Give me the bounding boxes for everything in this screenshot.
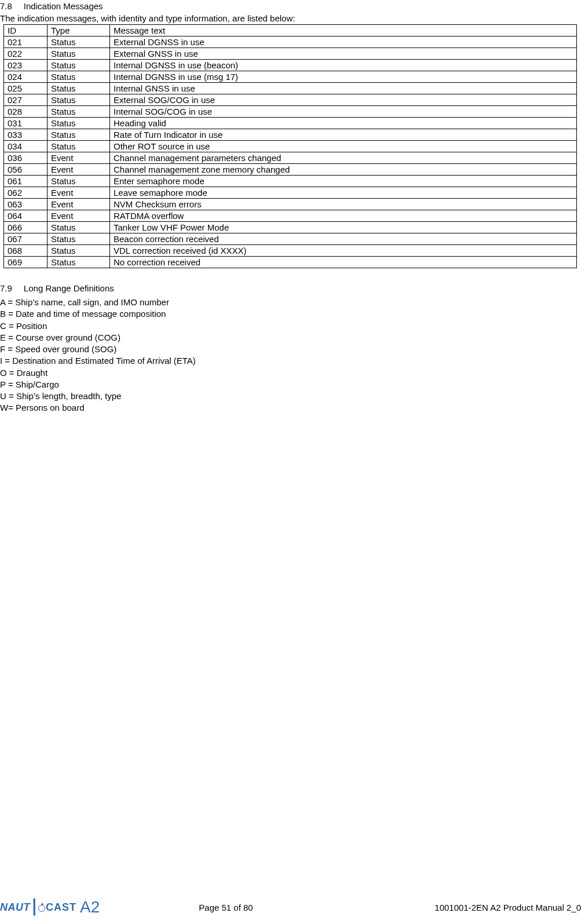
cell-msg: Enter semaphore mode — [110, 176, 577, 187]
table-row: 061StatusEnter semaphore mode — [4, 176, 577, 187]
cell-type: Status — [47, 60, 110, 71]
table-row: 021StatusExternal DGNSS in use — [4, 36, 577, 48]
cell-msg: External DGNSS in use — [110, 36, 577, 48]
section-number: 7.9 — [0, 283, 12, 293]
table-row: 027StatusExternal SOG/COG in use — [4, 94, 577, 106]
cell-msg: Internal DGNSS in use (msg 17) — [110, 71, 577, 83]
cell-id: 056 — [4, 164, 47, 176]
table-row: 064EventRATDMA overflow — [4, 210, 577, 222]
table-row: 063EventNVM Checksum errors — [4, 199, 577, 210]
cell-id: 031 — [4, 118, 47, 129]
cell-msg: Internal GNSS in use — [110, 83, 577, 94]
table-row: 025StatusInternal GNSS in use — [4, 83, 577, 94]
definition-line: I = Destination and Estimated Time of Ar… — [0, 355, 581, 367]
cell-id: 021 — [4, 36, 47, 48]
definition-line: P = Ship/Cargo — [0, 379, 581, 390]
cell-id: 062 — [4, 187, 47, 199]
table-row: 024StatusInternal DGNSS in use (msg 17) — [4, 71, 577, 83]
definitions-list: A = Ship’s name, call sign, and IMO numb… — [0, 297, 581, 414]
cell-msg: NVM Checksum errors — [110, 199, 577, 210]
cell-type: Event — [47, 210, 110, 222]
table-row: 068StatusVDL correction received (id XXX… — [4, 245, 577, 257]
cell-msg: Leave semaphore mode — [110, 187, 577, 199]
cell-id: 064 — [4, 210, 47, 222]
cell-type: Event — [47, 164, 110, 176]
cell-type: Status — [47, 94, 110, 106]
cell-msg: Beacon correction received — [110, 233, 577, 245]
table-row: 056EventChannel management zone memory c… — [4, 164, 577, 176]
definition-line: W= Persons on board — [0, 402, 581, 414]
cell-msg: VDL correction received (id XXXX) — [110, 245, 577, 257]
cell-type: Status — [47, 245, 110, 257]
cell-msg: Rate of Turn Indicator in use — [110, 129, 577, 141]
table-row: 028StatusInternal SOG/COG in use — [4, 106, 577, 118]
cell-msg: Internal SOG/COG in use — [110, 106, 577, 118]
cell-msg: External GNSS in use — [110, 48, 577, 60]
cell-msg: Channel management zone memory changed — [110, 164, 577, 176]
table-row: 067StatusBeacon correction received — [4, 233, 577, 245]
cell-id: 067 — [4, 233, 47, 245]
indication-messages-table: ID Type Message text 021StatusExternal D… — [3, 24, 577, 268]
table-row: 023StatusInternal DGNSS in use (beacon) — [4, 60, 577, 71]
cell-msg: Channel management parameters changed — [110, 152, 577, 164]
definition-line: F = Speed over ground (SOG) — [0, 344, 581, 355]
cell-type: Event — [47, 187, 110, 199]
cell-type: Status — [47, 83, 110, 94]
section-number: 7.8 — [0, 1, 12, 11]
table-row: 033StatusRate of Turn Indicator in use — [4, 129, 577, 141]
cell-type: Status — [47, 71, 110, 83]
definition-line: U = Ship’s length, breadth, type — [0, 390, 581, 402]
cell-id: 033 — [4, 129, 47, 141]
cell-id: 024 — [4, 71, 47, 83]
table-row: 036EventChannel management parameters ch… — [4, 152, 577, 164]
definition-line: B = Date and time of message composition — [0, 308, 581, 320]
cell-id: 027 — [4, 94, 47, 106]
section-title: Indication Messages — [24, 1, 103, 11]
cell-type: Status — [47, 176, 110, 187]
section-title: Long Range Definitions — [24, 283, 114, 293]
table-row: 022StatusExternal GNSS in use — [4, 48, 577, 60]
table-row: 031StatusHeading valid — [4, 118, 577, 129]
header-id: ID — [4, 25, 47, 36]
cell-id: 068 — [4, 245, 47, 257]
cell-id: 022 — [4, 48, 47, 60]
cell-type: Status — [47, 257, 110, 268]
table-header-row: ID Type Message text — [4, 25, 577, 36]
cell-msg: RATDMA overflow — [110, 210, 577, 222]
cell-type: Status — [47, 48, 110, 60]
cell-id: 061 — [4, 176, 47, 187]
table-row: 062EventLeave semaphore mode — [4, 187, 577, 199]
cell-type: Event — [47, 152, 110, 164]
definition-line: E = Course over ground (COG) — [0, 332, 581, 344]
cell-id: 028 — [4, 106, 47, 118]
cell-id: 034 — [4, 141, 47, 152]
table-row: 066StatusTanker Low VHF Power Mode — [4, 222, 577, 233]
cell-type: Status — [47, 222, 110, 233]
cell-msg: Other ROT source in use — [110, 141, 577, 152]
intro-text: The indication messages, with identity a… — [0, 13, 581, 23]
cell-msg: Internal DGNSS in use (beacon) — [110, 60, 577, 71]
cell-type: Status — [47, 118, 110, 129]
cell-id: 023 — [4, 60, 47, 71]
definition-line: C = Position — [0, 320, 581, 332]
section-7-8-heading: 7.8 Indication Messages — [0, 1, 581, 11]
cell-id: 066 — [4, 222, 47, 233]
cell-msg: No correction received — [110, 257, 577, 268]
section-7-9-heading: 7.9 Long Range Definitions — [0, 283, 581, 293]
header-msg: Message text — [110, 25, 577, 36]
cell-type: Status — [47, 141, 110, 152]
cell-msg: Tanker Low VHF Power Mode — [110, 222, 577, 233]
cell-id: 069 — [4, 257, 47, 268]
cell-msg: External SOG/COG in use — [110, 94, 577, 106]
cell-type: Status — [47, 129, 110, 141]
cell-type: Event — [47, 199, 110, 210]
header-type: Type — [47, 25, 110, 36]
definition-line: A = Ship’s name, call sign, and IMO numb… — [0, 297, 581, 308]
cell-type: Status — [47, 106, 110, 118]
cell-type: Status — [47, 233, 110, 245]
definition-line: O = Draught — [0, 367, 581, 379]
table-row: 034StatusOther ROT source in use — [4, 141, 577, 152]
table-row: 069StatusNo correction received — [4, 257, 577, 268]
cell-id: 036 — [4, 152, 47, 164]
cell-id: 025 — [4, 83, 47, 94]
